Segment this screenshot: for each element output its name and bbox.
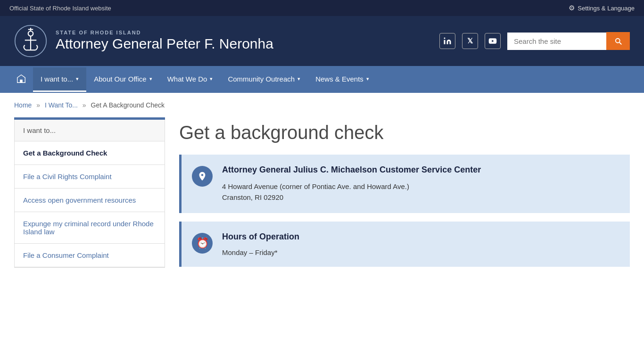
chevron-down-icon: ▾ (76, 76, 79, 82)
address-line1: 4 Howard Avenue (corner of Pontiac Ave. … (222, 181, 481, 192)
breadcrumb-sep1: » (36, 101, 40, 109)
sidebar-header: I want to... (15, 120, 165, 141)
header-right: 𝕏 (439, 32, 630, 50)
hours-card-body: Hours of Operation Monday – Friday* (222, 232, 299, 256)
nav-item-outreach[interactable]: Community Outreach ▾ (220, 67, 308, 92)
main-content: Get a background check Attorney General … (179, 117, 630, 268)
nav-item-about[interactable]: About Our Office ▾ (86, 67, 159, 92)
breadcrumb: Home » I Want To... » Get A Background C… (0, 93, 644, 117)
state-label: STATE OF RHODE ISLAND (56, 30, 273, 35)
chevron-down-icon: ▾ (149, 76, 152, 82)
official-label: Official State of Rhode Island website (9, 5, 111, 12)
sidebar: I want to... Get a Background Check File… (14, 117, 165, 268)
address-line2: Cranston, RI 02920 (222, 192, 481, 203)
address-card-title: Attorney General Julius C. Michaelson Cu… (222, 165, 481, 175)
twitter-x-icon[interactable]: 𝕏 (462, 33, 478, 49)
nav-item-whatwedo[interactable]: What We Do ▾ (160, 67, 221, 92)
anchor-logo (14, 25, 47, 58)
map-pin-icon (197, 171, 207, 181)
settings-label: Settings & Language (578, 5, 635, 12)
sidebar-item-civil-rights[interactable]: File a Civil Rights Complaint (15, 165, 165, 189)
nav-bar: I want to... ▾ About Our Office ▾ What W… (0, 66, 644, 93)
sidebar-item-background-check[interactable]: Get a Background Check (15, 141, 165, 165)
sidebar-list: I want to... Get a Background Check File… (14, 120, 165, 268)
header-left: STATE OF RHODE ISLAND Attorney General P… (14, 25, 273, 58)
bell-icon: ⏰ (192, 233, 213, 254)
nav-item-iwant[interactable]: I want to... ▾ (33, 67, 86, 92)
sidebar-item-open-gov[interactable]: Access open government resources (15, 189, 165, 212)
breadcrumb-current: Get A Background Check (91, 101, 165, 109)
breadcrumb-iwant[interactable]: I Want To... (45, 101, 78, 109)
page-layout: I want to... Get a Background Check File… (0, 117, 644, 287)
location-icon (192, 166, 213, 187)
hours-card: ⏰ Hours of Operation Monday – Friday* (179, 222, 630, 267)
nav-home[interactable] (9, 66, 33, 93)
hours-label: Monday – Friday* (222, 248, 299, 256)
sidebar-item-expunge[interactable]: Expunge my criminal record under Rhode I… (15, 212, 165, 244)
chevron-down-icon: ▾ (366, 76, 369, 82)
youtube-icon[interactable] (485, 33, 501, 49)
search-icon (614, 37, 622, 45)
sidebar-item-consumer-complaint[interactable]: File a Consumer Complaint (15, 244, 165, 267)
site-header: STATE OF RHODE ISLAND Attorney General P… (0, 16, 644, 66)
address-card-body: Attorney General Julius C. Michaelson Cu… (222, 165, 481, 203)
page-title: Get a background check (179, 117, 630, 143)
linkedin-icon[interactable] (439, 33, 455, 49)
nav-item-news[interactable]: News & Events ▾ (308, 67, 377, 92)
search-bar (507, 32, 630, 50)
home-icon (16, 74, 26, 84)
search-input[interactable] (507, 33, 606, 50)
hours-title: Hours of Operation (222, 232, 299, 242)
svg-point-1 (28, 31, 33, 36)
search-button[interactable] (606, 32, 630, 50)
address-card: Attorney General Julius C. Michaelson Cu… (179, 155, 630, 213)
gear-icon: ⚙ (569, 4, 575, 12)
header-title-block: STATE OF RHODE ISLAND Attorney General P… (56, 30, 273, 52)
breadcrumb-home[interactable]: Home (14, 101, 32, 109)
chevron-down-icon: ▾ (297, 76, 300, 82)
settings-language[interactable]: ⚙ Settings & Language (569, 4, 635, 12)
ag-name: Attorney General Peter F. Neronha (56, 35, 273, 52)
svg-point-7 (444, 38, 446, 39)
breadcrumb-sep2: » (83, 101, 86, 109)
svg-rect-8 (20, 80, 23, 82)
top-bar: Official State of Rhode Island website ⚙… (0, 0, 644, 16)
chevron-down-icon: ▾ (210, 76, 213, 82)
